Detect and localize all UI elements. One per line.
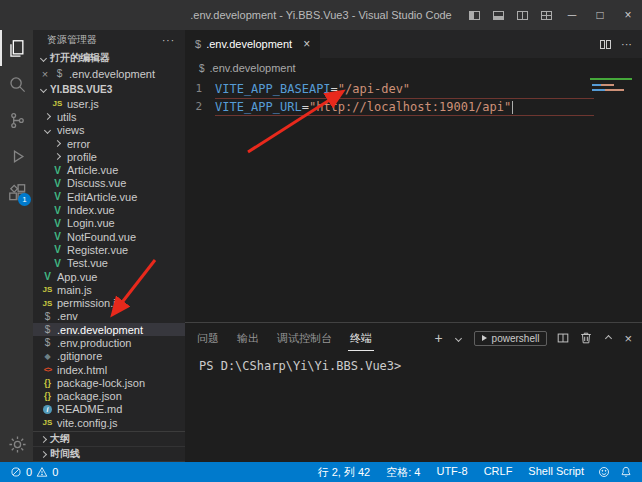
breadcrumb[interactable]: $ .env.development: [185, 58, 642, 78]
tree-item-package-lock.json[interactable]: {}package-lock.json: [33, 376, 185, 389]
panel-tab-终端[interactable]: 终端: [348, 325, 374, 351]
tree-item-.env[interactable]: $.env: [33, 310, 185, 323]
toggle-secondary-sidebar-icon[interactable]: [510, 0, 534, 30]
extensions-icon[interactable]: 1: [0, 174, 33, 210]
tree-item-NotFound.vue[interactable]: VNotFound.vue: [33, 230, 185, 243]
panel-tab-输出[interactable]: 输出: [235, 325, 261, 351]
split-editor-icon[interactable]: [600, 40, 611, 49]
file-label: index.html: [57, 364, 107, 376]
status-item-3[interactable]: CRLF: [484, 465, 513, 480]
code-editor[interactable]: 1VITE_APP_BASEAPI="/api-dev"2VITE_APP_UR…: [185, 78, 642, 322]
tab-label: .env.development: [206, 38, 292, 50]
panel-tab-调试控制台[interactable]: 调试控制台: [275, 325, 334, 351]
terminal-dropdown-icon[interactable]: [455, 334, 462, 341]
code-line-1[interactable]: 1VITE_APP_BASEAPI="/api-dev": [185, 80, 642, 98]
vscode-window: .env.development - Yi.BBS.Vue3 - Visual …: [0, 0, 642, 482]
chevron-right-icon: [44, 113, 51, 120]
explorer-sidebar: 资源管理器 ··· 打开的编辑器 ×$.env.development YI.B…: [33, 30, 185, 462]
tree-item-views[interactable]: views: [33, 124, 185, 137]
notifications-bell-icon[interactable]: [620, 466, 632, 478]
outline-label: 大纲: [50, 432, 70, 446]
status-icons: [598, 466, 632, 478]
vue-file-icon: V: [51, 191, 64, 202]
minimap-line: [592, 89, 624, 91]
tab-env-development[interactable]: $ .env.development ×: [185, 30, 320, 58]
sidebar-title: 资源管理器: [47, 33, 97, 47]
tree-item-index.html[interactable]: <>index.html: [33, 363, 185, 376]
line-number: 2: [185, 98, 215, 116]
close-button[interactable]: ×: [614, 0, 642, 30]
js-file-icon: JS: [41, 418, 54, 427]
tree-item-Test.vue[interactable]: VTest.vue: [33, 257, 185, 270]
tree-item-README.md[interactable]: iREADME.md: [33, 403, 185, 416]
status-item-1[interactable]: 空格: 4: [386, 465, 420, 480]
text-cursor: [512, 101, 513, 114]
run-debug-icon[interactable]: [0, 138, 33, 174]
feedback-smiley-icon[interactable]: [598, 466, 610, 478]
tree-item-Article.vue[interactable]: VArticle.vue: [33, 163, 185, 176]
minimize-button[interactable]: ─: [558, 0, 586, 30]
tree-item-user.js[interactable]: JSuser.js: [33, 97, 185, 110]
customize-layout-icon[interactable]: [534, 0, 558, 30]
tree-item-Register.vue[interactable]: VRegister.vue: [33, 243, 185, 256]
tree-item-package.json[interactable]: {}package.json: [33, 390, 185, 403]
open-editor-item[interactable]: ×$.env.development: [33, 66, 185, 81]
toggle-sidebar-icon[interactable]: [462, 0, 486, 30]
tree-item-error[interactable]: error: [33, 137, 185, 150]
new-terminal-icon[interactable]: +: [434, 331, 442, 345]
explorer-icon[interactable]: [0, 30, 33, 66]
panel-tabs: 问题输出调试控制台终端: [195, 325, 374, 351]
source-control-icon[interactable]: [0, 102, 33, 138]
panel-tab-问题[interactable]: 问题: [195, 325, 221, 351]
editor-more-actions-icon[interactable]: ···: [621, 38, 632, 50]
search-icon[interactable]: [0, 66, 33, 102]
minimap[interactable]: [592, 81, 630, 94]
file-label: .env: [57, 310, 78, 322]
outline-section[interactable]: 大纲: [33, 432, 185, 447]
chevron-down-icon: [40, 85, 47, 92]
toggle-panel-icon[interactable]: [486, 0, 510, 30]
tree-item-App.vue[interactable]: VApp.vue: [33, 270, 185, 283]
status-item-2[interactable]: UTF-8: [436, 465, 467, 480]
tree-item-.gitignore[interactable]: ◆.gitignore: [33, 350, 185, 363]
file-label: utils: [57, 111, 77, 123]
problems-status[interactable]: 0 0: [10, 466, 58, 478]
tree-item-.env.production[interactable]: $.env.production: [33, 336, 185, 349]
file-label: main.js: [57, 284, 92, 296]
tree-item-utils[interactable]: utils: [33, 110, 185, 123]
tab-close-icon[interactable]: ×: [303, 37, 310, 51]
shell-selector[interactable]: powershell: [474, 331, 548, 346]
maximize-button[interactable]: □: [586, 0, 614, 30]
tree-item-profile[interactable]: profile: [33, 150, 185, 163]
tree-item-EditArticle.vue[interactable]: VEditArticle.vue: [33, 190, 185, 203]
timeline-section[interactable]: 时间线: [33, 447, 185, 462]
error-icon: [10, 466, 22, 478]
panel-actions: + powershell ×: [434, 331, 632, 346]
tree-item-Discuss.vue[interactable]: VDiscuss.vue: [33, 177, 185, 190]
kill-terminal-icon[interactable]: [579, 331, 593, 345]
explorer-more-actions-icon[interactable]: ···: [162, 35, 175, 46]
close-panel-icon[interactable]: ×: [624, 331, 632, 346]
status-item-4[interactable]: Shell Script: [528, 465, 584, 480]
tree-item-Index.vue[interactable]: VIndex.vue: [33, 203, 185, 216]
tree-item-main.js[interactable]: JSmain.js: [33, 283, 185, 296]
settings-gear-icon[interactable]: [0, 426, 33, 462]
project-label: YI.BBS.VUE3: [50, 84, 112, 95]
tree-item-vite.config.js[interactable]: JSvite.config.js: [33, 416, 185, 429]
close-icon[interactable]: ×: [40, 68, 50, 80]
status-item-0[interactable]: 行 2, 列 42: [318, 465, 371, 480]
project-section[interactable]: YI.BBS.VUE3: [33, 81, 185, 97]
terminal-output[interactable]: PS D:\CSharp\Yi\Yi.BBS.Vue3>: [185, 353, 642, 462]
code-line-2[interactable]: 2VITE_APP_URL="http://localhost:19001/ap…: [185, 98, 642, 116]
vue-file-icon: V: [51, 178, 64, 189]
shell-file-icon: $: [199, 63, 205, 74]
tree-item-permission.js[interactable]: JSpermission.js: [33, 296, 185, 309]
tree-item-.env.development[interactable]: $.env.development: [33, 323, 185, 336]
open-editors-section[interactable]: 打开的编辑器: [33, 50, 185, 66]
shell-name: powershell: [492, 333, 540, 344]
tree-item-Login.vue[interactable]: VLogin.vue: [33, 217, 185, 230]
split-terminal-icon[interactable]: [556, 331, 570, 345]
maximize-panel-icon[interactable]: [605, 334, 612, 341]
extensions-badge: 1: [18, 193, 31, 206]
file-label: .env.development: [57, 324, 143, 336]
